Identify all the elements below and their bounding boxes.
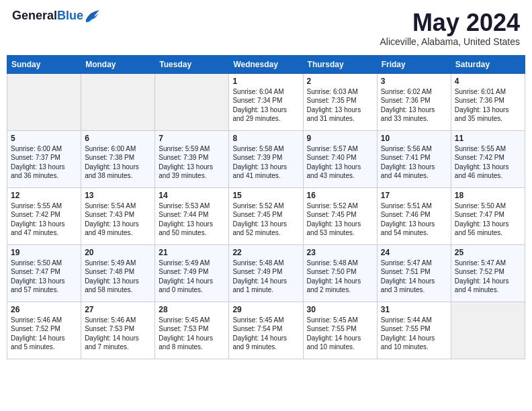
empty-cell — [155, 73, 229, 130]
weekday-header-row: SundayMondayTuesdayWednesdayThursdayFrid… — [7, 55, 525, 73]
day-number: 4 — [455, 77, 521, 86]
weekday-header-tuesday: Tuesday — [155, 55, 229, 73]
day-cell-29: 29Sunrise: 5:45 AM Sunset: 7:54 PM Dayli… — [229, 302, 303, 359]
day-cell-31: 31Sunrise: 5:44 AM Sunset: 7:55 PM Dayli… — [377, 302, 451, 359]
day-info: Sunrise: 5:47 AM Sunset: 7:51 PM Dayligh… — [381, 259, 447, 295]
day-cell-1: 1Sunrise: 6:04 AM Sunset: 7:34 PM Daylig… — [229, 73, 303, 130]
weekday-header-saturday: Saturday — [451, 55, 525, 73]
day-cell-8: 8Sunrise: 5:58 AM Sunset: 7:39 PM Daylig… — [229, 130, 303, 187]
day-info: Sunrise: 5:49 AM Sunset: 7:49 PM Dayligh… — [159, 259, 225, 295]
day-cell-18: 18Sunrise: 5:50 AM Sunset: 7:47 PM Dayli… — [451, 187, 525, 244]
day-info: Sunrise: 5:45 AM Sunset: 7:53 PM Dayligh… — [159, 316, 225, 352]
day-info: Sunrise: 6:00 AM Sunset: 7:37 PM Dayligh… — [11, 144, 77, 181]
day-number: 24 — [381, 248, 447, 257]
day-cell-7: 7Sunrise: 5:59 AM Sunset: 7:39 PM Daylig… — [155, 130, 229, 187]
day-info: Sunrise: 5:51 AM Sunset: 7:46 PM Dayligh… — [381, 201, 447, 238]
day-cell-14: 14Sunrise: 5:53 AM Sunset: 7:44 PM Dayli… — [155, 187, 229, 244]
logo-bird-icon — [85, 10, 99, 22]
day-info: Sunrise: 5:46 AM Sunset: 7:53 PM Dayligh… — [85, 316, 151, 352]
day-info: Sunrise: 6:03 AM Sunset: 7:35 PM Dayligh… — [307, 87, 373, 124]
day-number: 14 — [159, 191, 225, 200]
day-cell-19: 19Sunrise: 5:50 AM Sunset: 7:47 PM Dayli… — [7, 244, 81, 302]
day-number: 21 — [159, 248, 225, 257]
location-subtitle: Aliceville, Alabama, United States — [380, 36, 520, 47]
week-row-1: 1Sunrise: 6:04 AM Sunset: 7:34 PM Daylig… — [7, 73, 525, 130]
day-info: Sunrise: 5:47 AM Sunset: 7:52 PM Dayligh… — [455, 259, 521, 295]
day-cell-22: 22Sunrise: 5:48 AM Sunset: 7:49 PM Dayli… — [229, 244, 303, 302]
logo-general-text: General — [12, 9, 57, 22]
day-cell-26: 26Sunrise: 5:46 AM Sunset: 7:52 PM Dayli… — [7, 302, 81, 359]
day-number: 30 — [307, 305, 373, 314]
day-info: Sunrise: 5:45 AM Sunset: 7:54 PM Dayligh… — [232, 316, 299, 352]
day-cell-20: 20Sunrise: 5:49 AM Sunset: 7:48 PM Dayli… — [81, 244, 155, 302]
day-cell-15: 15Sunrise: 5:52 AM Sunset: 7:45 PM Dayli… — [229, 187, 303, 244]
day-info: Sunrise: 6:04 AM Sunset: 7:34 PM Dayligh… — [232, 87, 299, 124]
day-cell-28: 28Sunrise: 5:45 AM Sunset: 7:53 PM Dayli… — [155, 302, 229, 359]
day-number: 17 — [381, 191, 447, 200]
day-number: 28 — [159, 305, 225, 314]
day-number: 20 — [85, 248, 151, 257]
day-cell-3: 3Sunrise: 6:02 AM Sunset: 7:36 PM Daylig… — [377, 73, 451, 130]
day-number: 9 — [307, 134, 373, 143]
weekday-header-wednesday: Wednesday — [229, 55, 303, 73]
day-info: Sunrise: 5:57 AM Sunset: 7:40 PM Dayligh… — [307, 144, 373, 181]
day-info: Sunrise: 5:45 AM Sunset: 7:55 PM Dayligh… — [307, 316, 373, 352]
calendar-table: SundayMondayTuesdayWednesdayThursdayFrid… — [7, 55, 525, 359]
day-cell-9: 9Sunrise: 5:57 AM Sunset: 7:40 PM Daylig… — [303, 130, 377, 187]
day-cell-4: 4Sunrise: 6:01 AM Sunset: 7:36 PM Daylig… — [451, 73, 525, 130]
month-title: May 2024 — [380, 9, 520, 36]
day-info: Sunrise: 5:46 AM Sunset: 7:52 PM Dayligh… — [11, 316, 77, 352]
day-cell-5: 5Sunrise: 6:00 AM Sunset: 7:37 PM Daylig… — [7, 130, 81, 187]
day-number: 31 — [381, 305, 447, 314]
day-info: Sunrise: 5:58 AM Sunset: 7:39 PM Dayligh… — [232, 144, 299, 181]
day-cell-13: 13Sunrise: 5:54 AM Sunset: 7:43 PM Dayli… — [81, 187, 155, 244]
day-number: 10 — [381, 134, 447, 143]
day-info: Sunrise: 6:00 AM Sunset: 7:38 PM Dayligh… — [85, 144, 151, 181]
day-number: 22 — [232, 248, 299, 257]
day-cell-27: 27Sunrise: 5:46 AM Sunset: 7:53 PM Dayli… — [81, 302, 155, 359]
day-info: Sunrise: 5:59 AM Sunset: 7:39 PM Dayligh… — [159, 144, 225, 181]
day-info: Sunrise: 6:02 AM Sunset: 7:36 PM Dayligh… — [381, 87, 447, 124]
empty-cell — [81, 73, 155, 130]
day-number: 23 — [307, 248, 373, 257]
day-number: 16 — [307, 191, 373, 200]
day-info: Sunrise: 5:55 AM Sunset: 7:42 PM Dayligh… — [455, 144, 521, 181]
day-info: Sunrise: 5:55 AM Sunset: 7:42 PM Dayligh… — [11, 201, 77, 238]
week-row-4: 19Sunrise: 5:50 AM Sunset: 7:47 PM Dayli… — [7, 244, 525, 302]
day-info: Sunrise: 6:01 AM Sunset: 7:36 PM Dayligh… — [455, 87, 521, 124]
empty-cell — [451, 302, 525, 359]
day-cell-17: 17Sunrise: 5:51 AM Sunset: 7:46 PM Dayli… — [377, 187, 451, 244]
day-number: 19 — [11, 248, 77, 257]
title-area: May 2024 Aliceville, Alabama, United Sta… — [380, 9, 520, 47]
logo-blue-text: Blue — [57, 9, 83, 22]
day-cell-30: 30Sunrise: 5:45 AM Sunset: 7:55 PM Dayli… — [303, 302, 377, 359]
weekday-header-monday: Monday — [81, 55, 155, 73]
day-number: 13 — [85, 191, 151, 200]
logo: GeneralBlue — [12, 9, 99, 22]
day-cell-2: 2Sunrise: 6:03 AM Sunset: 7:35 PM Daylig… — [303, 73, 377, 130]
day-info: Sunrise: 5:52 AM Sunset: 7:45 PM Dayligh… — [232, 201, 299, 238]
weekday-header-thursday: Thursday — [303, 55, 377, 73]
day-number: 25 — [455, 248, 521, 257]
week-row-5: 26Sunrise: 5:46 AM Sunset: 7:52 PM Dayli… — [7, 302, 525, 359]
day-info: Sunrise: 5:44 AM Sunset: 7:55 PM Dayligh… — [381, 316, 447, 352]
empty-cell — [7, 73, 81, 130]
day-info: Sunrise: 5:52 AM Sunset: 7:45 PM Dayligh… — [307, 201, 373, 238]
day-number: 27 — [85, 305, 151, 314]
day-cell-24: 24Sunrise: 5:47 AM Sunset: 7:51 PM Dayli… — [377, 244, 451, 302]
day-cell-11: 11Sunrise: 5:55 AM Sunset: 7:42 PM Dayli… — [451, 130, 525, 187]
day-number: 3 — [381, 77, 447, 86]
day-info: Sunrise: 5:49 AM Sunset: 7:48 PM Dayligh… — [85, 259, 151, 295]
day-info: Sunrise: 5:53 AM Sunset: 7:44 PM Dayligh… — [159, 201, 225, 238]
day-cell-21: 21Sunrise: 5:49 AM Sunset: 7:49 PM Dayli… — [155, 244, 229, 302]
day-cell-12: 12Sunrise: 5:55 AM Sunset: 7:42 PM Dayli… — [7, 187, 81, 244]
day-info: Sunrise: 5:48 AM Sunset: 7:49 PM Dayligh… — [232, 259, 299, 295]
day-number: 29 — [232, 305, 299, 314]
day-number: 1 — [232, 77, 299, 86]
day-number: 2 — [307, 77, 373, 86]
day-number: 7 — [159, 134, 225, 143]
day-info: Sunrise: 5:54 AM Sunset: 7:43 PM Dayligh… — [85, 201, 151, 238]
week-row-3: 12Sunrise: 5:55 AM Sunset: 7:42 PM Dayli… — [7, 187, 525, 244]
weekday-header-sunday: Sunday — [7, 55, 81, 73]
day-info: Sunrise: 5:50 AM Sunset: 7:47 PM Dayligh… — [11, 259, 77, 295]
